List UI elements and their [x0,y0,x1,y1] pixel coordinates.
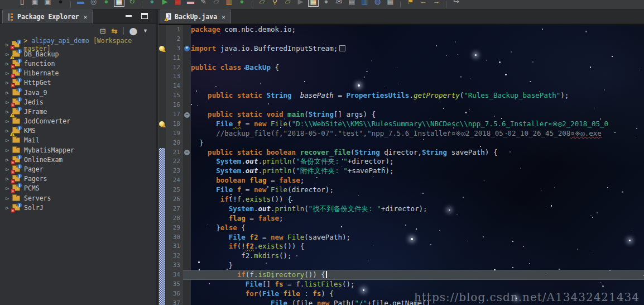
annotation-cell[interactable] [158,204,166,214]
chevron-right-icon[interactable]: ▷ [3,147,11,153]
code-line-23[interactable]: 23 System.out.println("附件文件夹: "+savePath… [158,166,644,176]
code-line-11[interactable]: 11 [158,54,644,63]
tab-package-explorer[interactable]: Package Explorer ✕ [2,9,93,23]
tree-item-pcms[interactable]: ▷J✕PCMS [0,184,156,193]
code-line-33[interactable]: 33 } [158,261,644,270]
back-icon[interactable]: ← [419,0,428,6]
collapse-all-icon[interactable]: ⊟ [100,27,106,35]
save-all-icon[interactable]: ▣ [43,0,52,6]
close-icon[interactable]: ✕ [222,13,225,21]
build-icon[interactable]: ▬ [76,0,85,6]
refresh-icon[interactable]: ↻ [127,0,137,6]
annotation-cell[interactable] [158,35,166,44]
fold-collapse-icon[interactable]: − [184,112,190,118]
code-line-3[interactable]: 3+import java.io.BufferedInputStream; [158,44,644,54]
chevron-right-icon[interactable]: ▷ [3,61,11,66]
code-line-27[interactable]: 27 System.out.println("找不到备份文件夹: "+direc… [158,204,644,214]
annotation-cell[interactable] [158,214,166,223]
annotation-cell[interactable] [158,139,166,148]
tree-item-jedis[interactable]: ▷J✕Jedis [0,97,156,107]
open-folder-icon[interactable]: ▱ [212,0,221,6]
tree-item-servers[interactable]: ▷Servers [0,193,156,203]
image-icon[interactable]: ▦ [309,0,318,6]
chevron-right-icon[interactable]: ▷ [3,166,11,172]
annotation-cell[interactable] [158,166,166,176]
folded-region-box[interactable] [339,45,345,51]
annotation-cell[interactable] [158,44,166,54]
code-line-21[interactable]: 21− public static boolean recover_file(S… [158,148,644,158]
fold-collapse-icon[interactable]: − [184,150,190,155]
code-line-24[interactable]: 24 boolean flag = false; [158,176,644,185]
annotation-cell[interactable] [158,129,166,139]
chevron-right-icon[interactable]: ▷ [3,137,11,143]
next-annotation-icon[interactable]: ▶ [296,0,305,6]
annotation-cell[interactable] [158,63,166,73]
code-line-26[interactable]: 26 if(!f.exists()) { [158,195,644,204]
annotation-cell[interactable] [158,223,166,233]
folder-gold-icon[interactable]: ▱ [257,0,267,6]
minimize-button[interactable] [126,13,132,18]
tree-item-java_9[interactable]: ▷JJava_9 [0,88,156,97]
annotation-cell[interactable] [158,280,166,289]
tree-item-jframe[interactable]: ▷JJFrame [0,107,156,116]
annotation-cell[interactable] [158,54,166,63]
tree-item-alipay_api_demo[interactable]: ▷J✕> alipay_api_demo [Workspace master] [0,40,156,49]
tree-item-kms[interactable]: ▷JKMS [0,126,156,136]
annotation-cell[interactable] [158,82,166,91]
tree-item-httpget[interactable]: ▷J✕HttpGet [0,78,156,88]
annotation-cell[interactable] [158,25,166,35]
run-icon[interactable]: ▶ [160,0,170,6]
quickfix-bulb-icon[interactable] [159,46,165,51]
code-editor[interactable]: 1package com.nbc.demok.io;23+import java… [158,24,644,305]
annotation-cell[interactable] [158,157,166,166]
debug-icon[interactable]: ● [147,0,157,6]
flashlight-icon[interactable]: ⚲ [270,0,280,6]
tree-item-mail[interactable]: ▷Mail [0,136,156,145]
mark-occurrences-icon[interactable]: ● [321,0,331,6]
forward-icon[interactable]: → [431,0,441,6]
print-icon[interactable]: ▤ [347,0,357,6]
code-line-18[interactable]: 18 File f = new File("D:\\WebSite\\KMS\\… [158,120,644,129]
code-line-2[interactable]: 2 [158,35,644,44]
chevron-right-icon[interactable]: ▷ [3,118,11,124]
columns-icon[interactable]: ▥ [360,0,369,6]
annotation-cell[interactable] [158,289,166,299]
annotation-cell[interactable] [158,270,166,280]
code-line-34[interactable]: 34 if(f.isDirectory()) { [158,270,644,280]
fold-expand-icon[interactable]: + [184,46,190,51]
chevron-right-icon[interactable]: ▷ [3,157,11,163]
tree-item-pagers[interactable]: ▷J✕Pagers [0,174,156,184]
view-menu-icon[interactable]: ▼ [143,28,148,34]
stop-icon[interactable]: ▦ [173,0,182,6]
annotation-cell[interactable] [158,120,166,129]
tree-item-hibernate[interactable]: ▷J✕Hibernate [0,69,156,78]
chevron-right-icon[interactable]: ▷ [3,196,11,201]
new-wizard-icon[interactable]: ▦ [114,0,124,6]
pencil-icon[interactable]: ✎ [199,0,208,6]
focus-icon[interactable]: ⬤ [129,27,138,35]
link-with-editor-icon[interactable]: ⇆ [112,27,118,35]
code-line-16[interactable]: 16 [158,101,644,110]
tree-item-pager[interactable]: ▷J✕Pager [0,164,156,174]
annotation-cell[interactable] [158,185,166,195]
chevron-right-icon[interactable]: ▷ [3,70,11,76]
commit-icon[interactable]: ● [102,0,111,6]
code-line-12[interactable]: 12public class BackUp { [158,63,644,73]
tree-item-solrj[interactable]: ▷J✕SolrJ [0,203,156,212]
new-file-icon[interactable]: ▯ [17,0,27,6]
folder-gold2-icon[interactable]: ▱ [283,0,292,6]
close-icon[interactable]: ✕ [84,13,88,21]
maximize-button[interactable] [141,13,148,19]
jar-icon[interactable]: ▥ [224,0,234,6]
code-line-17[interactable]: 17− public static void main(String[] arg… [158,110,644,120]
code-line-15[interactable]: 15 public static String basePath = Prope… [158,91,644,101]
chevron-right-icon[interactable]: ▷ [3,205,11,211]
chevron-right-icon[interactable]: ▷ [3,80,11,85]
quickfix-bulb-icon[interactable] [159,121,165,127]
annotation-cell[interactable] [158,242,166,251]
annotation-cell[interactable] [158,72,166,82]
annotation-cell[interactable] [158,101,166,110]
annotation-cell[interactable] [158,251,166,261]
tree-item-mybatismapper[interactable]: ▷MybatisMapper [0,145,156,155]
save-icon[interactable]: ▣ [30,0,40,6]
